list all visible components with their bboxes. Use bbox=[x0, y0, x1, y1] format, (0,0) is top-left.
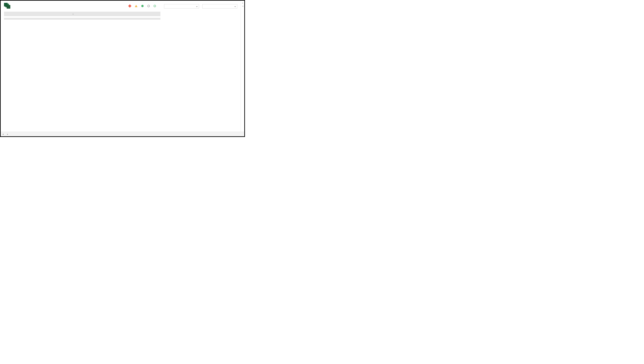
col-milestone[interactable] bbox=[10, 12, 71, 16]
tab-scroll-right[interactable]: ► bbox=[5, 132, 10, 136]
col-finish[interactable] bbox=[71, 12, 89, 16]
chevron-down-icon bbox=[235, 5, 236, 8]
recent-milestones-table bbox=[4, 12, 160, 16]
late-icon bbox=[135, 5, 137, 7]
status-legend: ✓ bbox=[129, 5, 157, 7]
project-logo-icon bbox=[4, 2, 11, 10]
upcoming-milestones-table bbox=[4, 18, 160, 20]
future-icon bbox=[147, 5, 150, 7]
col-kpi[interactable] bbox=[4, 12, 10, 16]
completed-icon: ✓ bbox=[154, 5, 156, 7]
chevron-down-icon bbox=[196, 5, 197, 8]
ontrack-icon bbox=[141, 5, 144, 7]
filter-manager-dropdown[interactable] bbox=[202, 4, 237, 8]
completed-donut-chart[interactable] bbox=[167, 12, 237, 60]
col-planned-finish[interactable] bbox=[71, 18, 89, 20]
col-kpi[interactable] bbox=[4, 18, 10, 20]
col-project[interactable] bbox=[89, 12, 152, 16]
tab-strip: ◄ ► bbox=[1, 132, 244, 136]
overdue-icon bbox=[128, 4, 131, 8]
upcoming-donut-chart[interactable] bbox=[167, 62, 237, 110]
filters-pane-icon[interactable]: ◅ bbox=[242, 5, 243, 7]
filter-progress-dropdown[interactable] bbox=[164, 4, 199, 8]
tab-scroll-left[interactable]: ◄ bbox=[1, 132, 5, 136]
col-project[interactable] bbox=[89, 18, 152, 20]
col-link[interactable] bbox=[152, 12, 160, 16]
col-milestone[interactable] bbox=[10, 18, 71, 20]
col-link[interactable] bbox=[152, 18, 160, 20]
collapse-pane-icon[interactable]: < bbox=[242, 2, 243, 4]
header: ✓ bbox=[4, 2, 237, 10]
